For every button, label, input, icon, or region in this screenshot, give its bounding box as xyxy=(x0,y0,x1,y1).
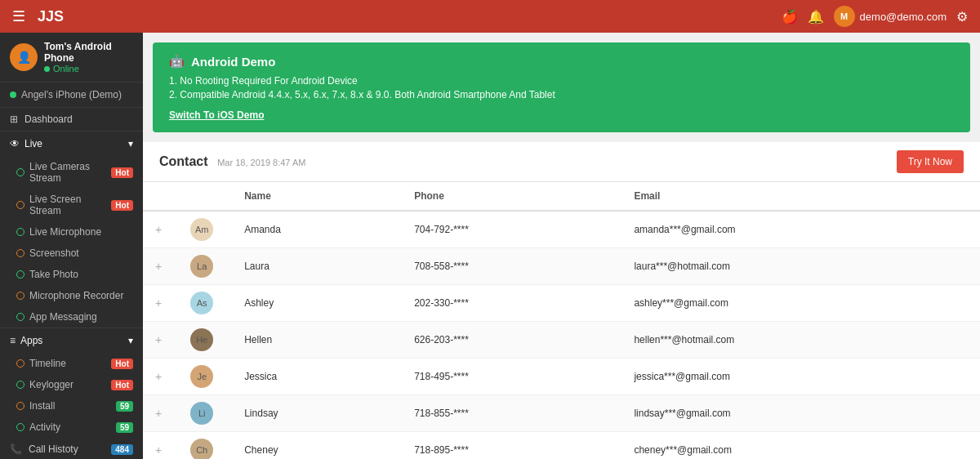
table-row: + Je Jessica 718-495-**** jessica***@gma… xyxy=(143,359,980,395)
add-cell: + xyxy=(143,285,178,322)
add-cell: + xyxy=(143,211,178,248)
sidebar-item-call-history[interactable]: 📞 Call Histoty 484 xyxy=(0,438,143,459)
sidebar-other-device[interactable]: Angel's iPhone (Demo) xyxy=(0,82,143,108)
phone-cell: 704-792-**** xyxy=(402,211,621,248)
email-cell: lindsay***@gmail.com xyxy=(621,395,980,432)
sidebar-item-activity[interactable]: Activity 59 xyxy=(0,417,143,438)
activity-badge: 59 xyxy=(116,422,133,433)
sidebar-item-install[interactable]: Install 59 xyxy=(0,395,143,417)
call-history-badge: 484 xyxy=(111,444,133,455)
banner-point2: 2. Compatible Android 4.4.x, 5.x, 6.x, 7… xyxy=(169,89,954,100)
banner-title: 🤖 Android Demo xyxy=(169,54,954,69)
circle-icon xyxy=(16,423,24,431)
email-cell: amanda***@gmail.com xyxy=(621,211,980,248)
col-email: Email xyxy=(621,182,980,211)
contact-table: Name Phone Email + Am Amanda 704-792-***… xyxy=(143,182,980,459)
sidebar-item-microphone-recorder[interactable]: Microphone Recorder xyxy=(0,285,143,306)
sidebar-item-keylogger[interactable]: Keylogger Hot xyxy=(0,374,143,395)
circle-icon xyxy=(16,292,24,300)
sidebar-item-live-microphone[interactable]: Live Microphone xyxy=(0,221,143,243)
circle-icon xyxy=(16,359,24,368)
name-cell: Hellen xyxy=(232,322,402,359)
chevron-down-icon: ▾ xyxy=(128,138,133,149)
contact-table-container: Name Phone Email + Am Amanda 704-792-***… xyxy=(143,182,980,459)
phone-cell: 718-895-**** xyxy=(402,432,621,460)
col-name: Name xyxy=(232,182,402,211)
sidebar-item-live-cameras[interactable]: Live Cameras Stream Hot xyxy=(0,156,143,189)
sidebar-item-screenshot[interactable]: Screenshot xyxy=(0,243,143,264)
live-icon: 👁 xyxy=(10,138,20,149)
timeline-badge: Hot xyxy=(111,359,133,369)
email-cell: laura***@hotmail.com xyxy=(621,248,980,285)
notification-icon[interactable]: 🔔 xyxy=(808,9,824,25)
email-cell: hellen***@hotmail.com xyxy=(621,322,980,359)
sidebar-item-app-messaging[interactable]: App Messaging xyxy=(0,306,143,328)
try-now-button[interactable]: Try It Now xyxy=(897,150,964,173)
take-photo-label: Take Photo xyxy=(29,269,78,280)
add-icon[interactable]: + xyxy=(155,260,162,273)
live-screen-label: Live Screen Stream xyxy=(29,194,106,216)
add-icon[interactable]: + xyxy=(155,370,162,383)
top-header: ☰ JJS 🍎 🔔 M demo@demo.com ⚙ xyxy=(0,0,980,33)
circle-icon xyxy=(16,168,24,176)
keylogger-badge: Hot xyxy=(111,380,133,390)
avatar-cell: Li xyxy=(178,395,232,432)
apps-icon: ≡ xyxy=(10,335,16,346)
col-phone: Phone xyxy=(402,182,621,211)
circle-icon xyxy=(16,249,24,257)
contact-header: Contact Mar 18, 2019 8:47 AM Try It Now xyxy=(143,142,980,182)
contact-avatar: Je xyxy=(190,365,213,388)
contact-avatar: He xyxy=(190,328,213,351)
add-icon[interactable]: + xyxy=(155,333,162,346)
app-logo: JJS xyxy=(38,8,64,25)
add-icon[interactable]: + xyxy=(155,223,162,236)
device-name: Tom's Android Phone xyxy=(44,41,133,64)
contact-title-area: Contact Mar 18, 2019 8:47 AM xyxy=(159,154,305,169)
share-icon[interactable]: ⚙ xyxy=(956,9,968,25)
add-icon[interactable]: + xyxy=(155,443,162,457)
contact-avatar: La xyxy=(190,255,213,278)
circle-icon xyxy=(16,313,24,321)
sidebar-section-apps[interactable]: ≡ Apps ▾ xyxy=(0,328,143,353)
contact-date: Mar 18, 2019 8:47 AM xyxy=(217,158,305,167)
keylogger-label: Keylogger xyxy=(29,379,74,390)
avatar-cell: As xyxy=(178,285,232,322)
header-left: ☰ JJS xyxy=(12,7,64,25)
live-microphone-label: Live Microphone xyxy=(29,226,101,238)
col-add xyxy=(143,182,178,211)
contact-avatar: Am xyxy=(190,218,213,241)
phone-cell: 718-495-**** xyxy=(402,359,621,395)
sidebar-item-timeline[interactable]: Timeline Hot xyxy=(0,353,143,374)
main-layout: 👤 Tom's Android Phone Online Angel's iPh… xyxy=(0,33,980,459)
device-status: Online xyxy=(44,64,133,74)
sidebar-section-live[interactable]: 👁 Live ▾ xyxy=(0,131,143,156)
apple-icon[interactable]: 🍎 xyxy=(782,9,798,25)
live-cameras-badge: Hot xyxy=(111,167,133,178)
live-section-title: 👁 Live xyxy=(10,138,42,149)
table-row: + As Ashley 202-330-**** ashley***@gmail… xyxy=(143,285,980,322)
table-header-row: Name Phone Email xyxy=(143,182,980,211)
name-cell: Cheney xyxy=(232,432,402,460)
sidebar-item-dashboard[interactable]: ⊞ Dashboard xyxy=(0,108,143,131)
col-avatar xyxy=(178,182,232,211)
hamburger-icon[interactable]: ☰ xyxy=(12,7,25,25)
add-icon[interactable]: + xyxy=(155,296,162,310)
timeline-label: Timeline xyxy=(29,358,66,369)
android-banner: 🤖 Android Demo 1. No Rooting Required Fo… xyxy=(153,42,970,132)
sidebar-item-live-screen[interactable]: Live Screen Stream Hot xyxy=(0,189,143,221)
name-cell: Lindsay xyxy=(232,395,402,432)
apps-section-title: ≡ Apps xyxy=(10,335,42,346)
table-row: + Ch Cheney 718-895-**** cheney***@gmail… xyxy=(143,432,980,460)
circle-icon xyxy=(16,270,24,279)
add-icon[interactable]: + xyxy=(155,407,162,420)
contact-avatar: Ch xyxy=(190,439,213,459)
apps-label: Apps xyxy=(20,335,42,346)
dashboard-label: Dashboard xyxy=(24,114,73,125)
sidebar-item-take-photo[interactable]: Take Photo xyxy=(0,264,143,285)
email-cell: jessica***@gmail.com xyxy=(621,359,980,395)
add-cell: + xyxy=(143,432,178,460)
circle-icon xyxy=(16,228,24,236)
email-cell: ashley***@gmail.com xyxy=(621,285,980,322)
switch-to-ios-link[interactable]: Switch To iOS Demo xyxy=(169,109,264,121)
user-avatar: M xyxy=(834,6,855,27)
